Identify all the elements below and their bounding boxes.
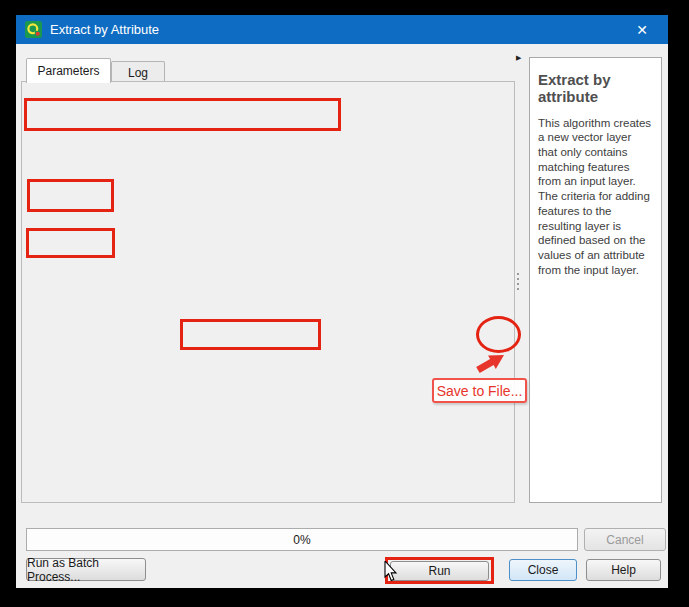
qgis-logo-icon <box>25 21 42 38</box>
annotation-arrow <box>464 352 506 378</box>
run-as-batch-button[interactable]: Run as Batch Process... <box>26 558 146 581</box>
help-panel: Extract by attribute This algorithm crea… <box>529 57 662 503</box>
annotation-save-to-file: Save to File... <box>432 378 527 403</box>
screenshot-root: { "colors": { "titlebar_blue": "#0e6cc2"… <box>0 0 689 607</box>
close-button[interactable]: Close <box>509 559 577 581</box>
window-title: Extract by Attribute <box>50 22 159 37</box>
tab-log[interactable]: Log <box>111 61 165 83</box>
parameters-pane <box>21 81 515 503</box>
extract-by-attribute-dialog: Extract by Attribute ✕ Parameters Log In… <box>16 15 668 588</box>
splitter-handle[interactable] <box>517 273 520 290</box>
cancel-button[interactable]: Cancel <box>584 528 666 551</box>
collapse-panel-arrow-icon[interactable]: ▶ <box>516 54 521 62</box>
help-body: This algorithm creates a new vector laye… <box>538 116 653 278</box>
close-icon[interactable]: ✕ <box>622 15 662 44</box>
mouse-cursor <box>384 561 398 583</box>
run-button[interactable]: Run <box>390 561 489 581</box>
progress-bar: 0% <box>26 528 578 551</box>
help-title: Extract by attribute <box>538 71 653 106</box>
title-bar: Extract by Attribute ✕ <box>16 15 668 44</box>
tab-parameters[interactable]: Parameters <box>26 58 111 83</box>
help-button[interactable]: Help <box>586 559 661 581</box>
